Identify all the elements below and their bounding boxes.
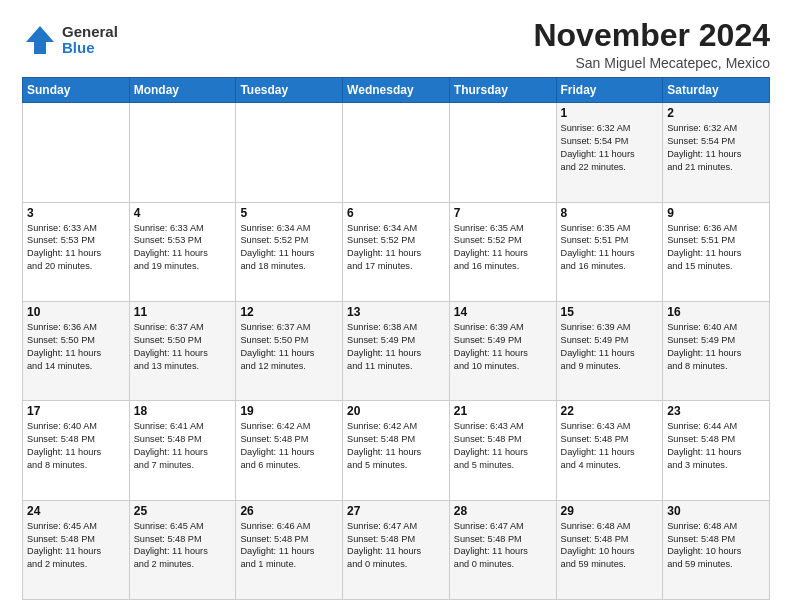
day-number: 18 [134, 404, 232, 418]
day-info: Sunrise: 6:34 AM Sunset: 5:52 PM Dayligh… [240, 222, 338, 274]
calendar-cell: 20Sunrise: 6:42 AM Sunset: 5:48 PM Dayli… [343, 401, 450, 500]
day-number: 15 [561, 305, 659, 319]
calendar-cell: 18Sunrise: 6:41 AM Sunset: 5:48 PM Dayli… [129, 401, 236, 500]
day-info: Sunrise: 6:37 AM Sunset: 5:50 PM Dayligh… [240, 321, 338, 373]
logo-blue: Blue [62, 40, 118, 57]
day-number: 5 [240, 206, 338, 220]
day-info: Sunrise: 6:45 AM Sunset: 5:48 PM Dayligh… [27, 520, 125, 572]
calendar-cell: 27Sunrise: 6:47 AM Sunset: 5:48 PM Dayli… [343, 500, 450, 599]
day-info: Sunrise: 6:47 AM Sunset: 5:48 PM Dayligh… [347, 520, 445, 572]
day-number: 22 [561, 404, 659, 418]
day-info: Sunrise: 6:47 AM Sunset: 5:48 PM Dayligh… [454, 520, 552, 572]
calendar-week-row: 1Sunrise: 6:32 AM Sunset: 5:54 PM Daylig… [23, 103, 770, 202]
title-block: November 2024 San Miguel Mecatepec, Mexi… [533, 18, 770, 71]
header-tuesday: Tuesday [236, 78, 343, 103]
logo: General Blue [22, 22, 118, 58]
header-wednesday: Wednesday [343, 78, 450, 103]
calendar-week-row: 3Sunrise: 6:33 AM Sunset: 5:53 PM Daylig… [23, 202, 770, 301]
day-info: Sunrise: 6:33 AM Sunset: 5:53 PM Dayligh… [134, 222, 232, 274]
calendar-week-row: 24Sunrise: 6:45 AM Sunset: 5:48 PM Dayli… [23, 500, 770, 599]
logo-icon [22, 22, 58, 58]
calendar-cell: 21Sunrise: 6:43 AM Sunset: 5:48 PM Dayli… [449, 401, 556, 500]
day-number: 29 [561, 504, 659, 518]
header: General Blue November 2024 San Miguel Me… [22, 18, 770, 71]
day-number: 21 [454, 404, 552, 418]
month-title: November 2024 [533, 18, 770, 53]
day-info: Sunrise: 6:33 AM Sunset: 5:53 PM Dayligh… [27, 222, 125, 274]
day-info: Sunrise: 6:34 AM Sunset: 5:52 PM Dayligh… [347, 222, 445, 274]
calendar-week-row: 17Sunrise: 6:40 AM Sunset: 5:48 PM Dayli… [23, 401, 770, 500]
calendar-cell: 13Sunrise: 6:38 AM Sunset: 5:49 PM Dayli… [343, 301, 450, 400]
calendar-cell [449, 103, 556, 202]
day-info: Sunrise: 6:42 AM Sunset: 5:48 PM Dayligh… [347, 420, 445, 472]
day-number: 10 [27, 305, 125, 319]
location-title: San Miguel Mecatepec, Mexico [533, 55, 770, 71]
calendar-cell: 10Sunrise: 6:36 AM Sunset: 5:50 PM Dayli… [23, 301, 130, 400]
logo-general: General [62, 24, 118, 41]
day-info: Sunrise: 6:40 AM Sunset: 5:49 PM Dayligh… [667, 321, 765, 373]
day-info: Sunrise: 6:36 AM Sunset: 5:50 PM Dayligh… [27, 321, 125, 373]
day-info: Sunrise: 6:39 AM Sunset: 5:49 PM Dayligh… [454, 321, 552, 373]
day-number: 25 [134, 504, 232, 518]
day-number: 26 [240, 504, 338, 518]
header-monday: Monday [129, 78, 236, 103]
page: General Blue November 2024 San Miguel Me… [0, 0, 792, 612]
calendar-cell: 15Sunrise: 6:39 AM Sunset: 5:49 PM Dayli… [556, 301, 663, 400]
day-number: 13 [347, 305, 445, 319]
calendar-cell: 3Sunrise: 6:33 AM Sunset: 5:53 PM Daylig… [23, 202, 130, 301]
day-number: 28 [454, 504, 552, 518]
calendar-cell: 11Sunrise: 6:37 AM Sunset: 5:50 PM Dayli… [129, 301, 236, 400]
calendar-cell [23, 103, 130, 202]
calendar-cell: 24Sunrise: 6:45 AM Sunset: 5:48 PM Dayli… [23, 500, 130, 599]
day-number: 12 [240, 305, 338, 319]
calendar-cell: 14Sunrise: 6:39 AM Sunset: 5:49 PM Dayli… [449, 301, 556, 400]
day-info: Sunrise: 6:38 AM Sunset: 5:49 PM Dayligh… [347, 321, 445, 373]
day-number: 24 [27, 504, 125, 518]
calendar-cell: 19Sunrise: 6:42 AM Sunset: 5:48 PM Dayli… [236, 401, 343, 500]
day-info: Sunrise: 6:45 AM Sunset: 5:48 PM Dayligh… [134, 520, 232, 572]
day-number: 23 [667, 404, 765, 418]
day-number: 14 [454, 305, 552, 319]
calendar-cell: 26Sunrise: 6:46 AM Sunset: 5:48 PM Dayli… [236, 500, 343, 599]
day-info: Sunrise: 6:37 AM Sunset: 5:50 PM Dayligh… [134, 321, 232, 373]
header-sunday: Sunday [23, 78, 130, 103]
calendar-cell: 22Sunrise: 6:43 AM Sunset: 5:48 PM Dayli… [556, 401, 663, 500]
calendar-cell: 5Sunrise: 6:34 AM Sunset: 5:52 PM Daylig… [236, 202, 343, 301]
day-info: Sunrise: 6:35 AM Sunset: 5:52 PM Dayligh… [454, 222, 552, 274]
day-info: Sunrise: 6:35 AM Sunset: 5:51 PM Dayligh… [561, 222, 659, 274]
calendar-cell [343, 103, 450, 202]
svg-marker-0 [26, 26, 54, 54]
header-friday: Friday [556, 78, 663, 103]
day-info: Sunrise: 6:42 AM Sunset: 5:48 PM Dayligh… [240, 420, 338, 472]
calendar-cell: 23Sunrise: 6:44 AM Sunset: 5:48 PM Dayli… [663, 401, 770, 500]
day-info: Sunrise: 6:48 AM Sunset: 5:48 PM Dayligh… [561, 520, 659, 572]
day-number: 20 [347, 404, 445, 418]
day-info: Sunrise: 6:32 AM Sunset: 5:54 PM Dayligh… [561, 122, 659, 174]
calendar-cell: 12Sunrise: 6:37 AM Sunset: 5:50 PM Dayli… [236, 301, 343, 400]
day-number: 30 [667, 504, 765, 518]
day-info: Sunrise: 6:43 AM Sunset: 5:48 PM Dayligh… [561, 420, 659, 472]
day-info: Sunrise: 6:39 AM Sunset: 5:49 PM Dayligh… [561, 321, 659, 373]
day-info: Sunrise: 6:43 AM Sunset: 5:48 PM Dayligh… [454, 420, 552, 472]
day-number: 1 [561, 106, 659, 120]
header-thursday: Thursday [449, 78, 556, 103]
calendar-cell: 25Sunrise: 6:45 AM Sunset: 5:48 PM Dayli… [129, 500, 236, 599]
header-saturday: Saturday [663, 78, 770, 103]
calendar-cell: 29Sunrise: 6:48 AM Sunset: 5:48 PM Dayli… [556, 500, 663, 599]
calendar-header-row: Sunday Monday Tuesday Wednesday Thursday… [23, 78, 770, 103]
day-number: 7 [454, 206, 552, 220]
day-number: 6 [347, 206, 445, 220]
day-number: 8 [561, 206, 659, 220]
day-info: Sunrise: 6:44 AM Sunset: 5:48 PM Dayligh… [667, 420, 765, 472]
day-number: 2 [667, 106, 765, 120]
day-number: 9 [667, 206, 765, 220]
calendar-week-row: 10Sunrise: 6:36 AM Sunset: 5:50 PM Dayli… [23, 301, 770, 400]
calendar-cell: 8Sunrise: 6:35 AM Sunset: 5:51 PM Daylig… [556, 202, 663, 301]
day-number: 3 [27, 206, 125, 220]
day-number: 16 [667, 305, 765, 319]
day-info: Sunrise: 6:41 AM Sunset: 5:48 PM Dayligh… [134, 420, 232, 472]
day-info: Sunrise: 6:46 AM Sunset: 5:48 PM Dayligh… [240, 520, 338, 572]
day-info: Sunrise: 6:40 AM Sunset: 5:48 PM Dayligh… [27, 420, 125, 472]
calendar-cell: 30Sunrise: 6:48 AM Sunset: 5:48 PM Dayli… [663, 500, 770, 599]
day-info: Sunrise: 6:48 AM Sunset: 5:48 PM Dayligh… [667, 520, 765, 572]
